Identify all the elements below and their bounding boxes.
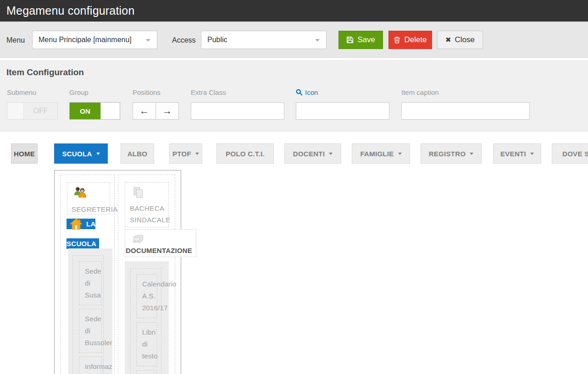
positions-label: Positions <box>133 88 161 96</box>
chevron-down-icon <box>146 39 150 42</box>
menubar-item-label: DOCENTI <box>293 150 325 158</box>
menu-item-label: SEGRETERIA <box>72 204 118 215</box>
save-button[interactable]: Save <box>338 31 383 49</box>
menu-select[interactable]: Menu Principale [mainmenu] <box>32 31 157 49</box>
access-select-value: Public <box>207 36 227 44</box>
trash-icon <box>394 36 400 44</box>
menubar-item-label: EVENTI <box>500 150 526 158</box>
menubar-item-label: POLO C.T.I. <box>226 150 265 158</box>
menu-item-label: Sede di Bussoleno <box>85 315 112 346</box>
menubar-item-famiglie[interactable]: FAMIGLIE <box>352 143 410 164</box>
menubar-item-label: ALBO <box>128 150 148 158</box>
submenu-group-inner: Calendario A.S. 2016/17 Libri di testo R… <box>130 268 161 374</box>
close-button-label: Close <box>455 35 475 44</box>
close-button[interactable]: ✖ Close <box>437 31 483 49</box>
search-icon <box>296 89 303 96</box>
icon-input[interactable] <box>296 102 389 120</box>
caret-down-icon <box>195 153 199 155</box>
megamenu-panel: SEGRETERIA LA SCUOLA Sede di Susa Sede d… <box>54 170 181 374</box>
submenu-toggle-state: OFF <box>24 103 57 119</box>
menubar-item-scuola[interactable]: SCUOLA <box>54 143 108 164</box>
menu-item-regolamento[interactable]: Regolamento <box>136 370 157 374</box>
menu-item-label: DOCUMENTAZIONE <box>126 245 192 256</box>
group-toggle-handle <box>100 103 120 119</box>
caret-down-icon <box>470 153 473 155</box>
icon-label[interactable]: Icon <box>296 88 318 96</box>
close-icon: ✖ <box>445 36 451 44</box>
menubar-item-eventi[interactable]: EVENTI <box>493 143 541 164</box>
save-button-label: Save <box>357 35 375 44</box>
menu-item-informazioni-sui[interactable]: Informazioni sui <box>79 357 102 374</box>
access-label: Access <box>172 36 196 44</box>
icon-label-text: Icon <box>305 88 318 96</box>
group-toggle-state: ON <box>70 103 100 119</box>
submenu-group-documentazione: Calendario A.S. 2016/17 Libri di testo R… <box>125 261 169 374</box>
delete-button[interactable]: Delete <box>388 31 432 49</box>
menu-item-sede-di-susa[interactable]: Sede di Susa <box>79 261 102 305</box>
submenu-label: Submenu <box>7 88 36 96</box>
item-caption-input[interactable] <box>401 102 530 120</box>
menu-item-calendario[interactable]: Calendario A.S. 2016/17 <box>136 274 157 318</box>
home-icon <box>69 217 83 236</box>
menu-item-bacheca-sindacale[interactable]: BACHECA SINDACALE <box>125 182 169 227</box>
item-configuration-panel: Item Configuration Submenu Group Positio… <box>0 60 588 132</box>
menu-item-libri-di-testo[interactable]: Libri di testo <box>136 322 157 366</box>
menubar-item-albo[interactable]: ALBO <box>121 143 154 164</box>
item-configuration-heading: Item Configuration <box>6 67 84 77</box>
submenu-toggle-handle <box>7 103 24 119</box>
extra-class-label: Extra Class <box>191 88 226 96</box>
menubar-item-ptof[interactable]: PTOF <box>169 143 202 164</box>
people-icon <box>73 185 88 202</box>
chevron-down-icon <box>315 39 320 42</box>
menubar-item-label: PTOF <box>172 150 191 158</box>
menu-select-value: Menu Principale [mainmenu] <box>39 36 132 44</box>
submenu-toggle[interactable]: OFF <box>7 102 58 120</box>
menubar-item-label: SCUOLA <box>62 150 92 158</box>
menubar-item-polo-cti[interactable]: POLO C.T.I. <box>216 143 274 164</box>
menubar-item-label: FAMIGLIE <box>360 150 394 158</box>
arrow-right-icon: → <box>162 105 172 116</box>
item-caption-label: Item caption <box>401 88 439 96</box>
page-title: Megamenu configuration <box>0 0 588 22</box>
menu-item-la-scuola[interactable]: LA SCUOLA <box>67 216 109 251</box>
submenu-group-la-scuola: Sede di Susa Sede di Bussoleno Informazi… <box>68 248 112 374</box>
menu-item-documentazione[interactable]: DOCUMENTAZIONE <box>125 229 196 257</box>
menu-item-label: BACHECA SINDACALE <box>130 203 170 226</box>
menu-item-label: Sede di Susa <box>85 267 101 299</box>
arrow-left-icon: ← <box>139 105 149 116</box>
menubar-item-dove-siamo[interactable]: DOVE S <box>552 143 588 164</box>
documents-icon <box>131 185 145 202</box>
menubar-item-label: REGISTRO <box>429 150 466 158</box>
position-left-button[interactable]: ← <box>133 102 156 120</box>
position-right-button[interactable]: → <box>155 102 179 120</box>
caret-down-icon <box>530 153 534 155</box>
save-icon <box>346 36 354 44</box>
menubar-item-registro[interactable]: REGISTRO <box>421 143 482 164</box>
menu-item-segreteria[interactable]: SEGRETERIA <box>67 182 110 214</box>
menu-item-label: Libri di testo <box>142 328 158 360</box>
selected-item-highlight: LA SCUOLA <box>67 219 99 249</box>
menu-label: Menu <box>6 36 25 44</box>
menu-item-sede-di-bussoleno[interactable]: Sede di Bussoleno <box>79 309 102 353</box>
menubar-item-label: DOVE S <box>562 150 588 158</box>
caret-down-icon <box>329 153 333 155</box>
menu-item-label: Informazioni sui <box>85 363 112 374</box>
menubar-item-home[interactable]: HOME <box>11 143 38 164</box>
delete-button-label: Delete <box>404 35 427 44</box>
caret-down-icon <box>398 153 402 155</box>
access-select[interactable]: Public <box>201 31 327 49</box>
menubar-item-docenti[interactable]: DOCENTI <box>284 143 341 164</box>
toolbar: Menu Menu Principale [mainmenu] Access P… <box>0 22 588 58</box>
group-toggle[interactable]: ON <box>69 102 120 120</box>
caret-down-icon <box>96 153 100 155</box>
app-header: Megamenu configuration <box>0 0 588 22</box>
menubar-item-label: HOME <box>14 150 35 158</box>
submenu-group-inner: Sede di Susa Sede di Bussoleno Informazi… <box>72 255 104 374</box>
extra-class-input[interactable] <box>191 102 284 120</box>
group-label: Group <box>69 88 89 96</box>
